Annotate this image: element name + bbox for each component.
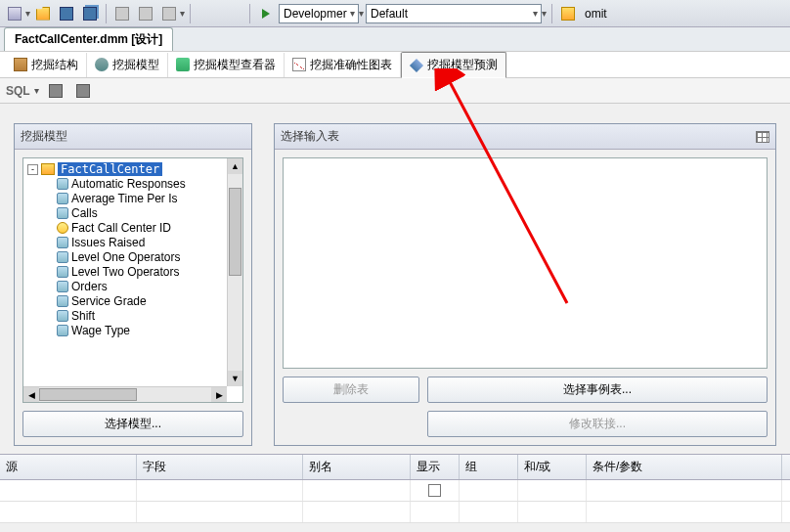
tree-item-label: Service Grade bbox=[71, 294, 147, 308]
attribute-icon bbox=[57, 178, 68, 190]
tree-item[interactable]: Service Grade bbox=[57, 294, 223, 308]
model-root-icon bbox=[41, 163, 55, 175]
tree-item[interactable]: Wage Type bbox=[57, 324, 223, 337]
grid-col-alias[interactable]: 别名 bbox=[303, 455, 411, 479]
tree-item-label: Level One Operators bbox=[71, 250, 180, 264]
tree-item-label: Shift bbox=[71, 309, 95, 323]
main-area: 挖掘模型 - FactCallCenter Automatic Response… bbox=[0, 104, 790, 454]
tree-item-label: Average Time Per Is bbox=[71, 192, 178, 205]
model-icon bbox=[95, 58, 109, 71]
run-button[interactable] bbox=[255, 3, 277, 24]
toolbar-btn-5[interactable] bbox=[111, 3, 133, 24]
tree-hscrollbar[interactable]: ◀▶ bbox=[23, 386, 227, 402]
chart-icon bbox=[292, 58, 306, 71]
select-case-table-button[interactable]: 选择事例表... bbox=[427, 377, 768, 403]
tree-item-label: Orders bbox=[71, 280, 108, 293]
view-tabs: 挖掘结构 挖掘模型 挖掘模型查看器 挖掘准确性图表 挖掘模型预测 bbox=[0, 51, 790, 78]
grid-icon[interactable] bbox=[756, 131, 769, 143]
grid-col-show[interactable]: 显示 bbox=[411, 455, 460, 479]
omit-label: omit bbox=[585, 7, 607, 21]
viewer-icon bbox=[176, 58, 190, 71]
grid-row[interactable] bbox=[0, 502, 790, 523]
tab-accuracy-chart[interactable]: 挖掘准确性图表 bbox=[285, 53, 401, 77]
grid-row[interactable] bbox=[0, 480, 790, 502]
tree-item[interactable]: Automatic Responses bbox=[57, 177, 223, 191]
sql-toolbar: SQL▾ bbox=[0, 78, 790, 104]
input-table-panel-header: 选择输入表 bbox=[275, 124, 775, 150]
tree-item-label: Automatic Responses bbox=[71, 177, 186, 191]
tab-model-prediction[interactable]: 挖掘模型预测 bbox=[401, 52, 506, 78]
cube-icon bbox=[14, 58, 27, 71]
app-toolbar: ▾ ▾ Developmer▾ Default▾ omit bbox=[0, 0, 790, 27]
tree-item-label: Calls bbox=[71, 206, 98, 220]
mining-model-panel: 挖掘模型 - FactCallCenter Automatic Response… bbox=[14, 123, 252, 446]
mining-model-panel-header: 挖掘模型 bbox=[15, 124, 251, 150]
select-model-button[interactable]: 选择模型... bbox=[22, 411, 243, 437]
show-checkbox[interactable] bbox=[428, 484, 441, 497]
tree-item[interactable]: Level One Operators bbox=[57, 250, 223, 264]
sql-btn-2[interactable] bbox=[72, 80, 94, 102]
tree-item[interactable]: Shift bbox=[57, 309, 223, 323]
tab-mining-model[interactable]: 挖掘模型 bbox=[87, 53, 168, 77]
attribute-icon bbox=[57, 193, 68, 204]
input-canvas[interactable] bbox=[283, 157, 768, 369]
tree-item[interactable]: Orders bbox=[57, 280, 223, 293]
tree-item[interactable]: Average Time Per Is bbox=[57, 192, 223, 205]
grid-header: 源 字段 别名 显示 组 和/或 条件/参数 bbox=[0, 455, 790, 480]
document-tabs: FactCallCenter.dmm [设计] bbox=[0, 27, 790, 51]
toolbar-btn-7[interactable] bbox=[158, 3, 180, 24]
config-combo[interactable]: Developmer bbox=[279, 4, 359, 23]
model-tree: - FactCallCenter Automatic ResponsesAver… bbox=[22, 157, 243, 403]
attribute-icon bbox=[57, 325, 68, 336]
toolbar-btn-save[interactable] bbox=[56, 3, 77, 24]
grid-col-group[interactable]: 组 bbox=[460, 455, 518, 479]
criteria-grid: 源 字段 别名 显示 组 和/或 条件/参数 bbox=[0, 454, 790, 523]
grid-col-andor[interactable]: 和/或 bbox=[518, 455, 587, 479]
grid-col-field[interactable]: 字段 bbox=[137, 455, 303, 479]
attribute-icon bbox=[57, 251, 68, 263]
tree-item-label: Issues Raised bbox=[71, 236, 145, 249]
tab-model-viewer[interactable]: 挖掘模型查看器 bbox=[168, 53, 285, 77]
tree-item[interactable]: Issues Raised bbox=[57, 236, 223, 249]
tree-item[interactable]: Level Two Operators bbox=[57, 265, 223, 279]
tree-vscrollbar[interactable]: ▲▼ bbox=[227, 158, 242, 386]
attribute-icon bbox=[57, 207, 68, 219]
tree-item[interactable]: Calls bbox=[57, 206, 223, 220]
target-combo[interactable]: Default bbox=[366, 4, 542, 23]
attribute-icon bbox=[57, 295, 68, 307]
toolbar-btn-6[interactable] bbox=[135, 3, 156, 24]
input-table-panel: 选择输入表 删除表 选择事例表... 修改联接... bbox=[274, 123, 776, 446]
grid-col-criteria[interactable]: 条件/参数 bbox=[587, 455, 782, 479]
tree-item-label: Fact Call Center ID bbox=[71, 221, 171, 235]
diamond-icon bbox=[410, 58, 423, 71]
attribute-icon bbox=[57, 310, 68, 322]
attribute-icon bbox=[57, 281, 68, 292]
tree-item[interactable]: Fact Call Center ID bbox=[57, 221, 223, 235]
tree-toggle[interactable]: - bbox=[27, 164, 38, 175]
model-root-label[interactable]: FactCallCenter bbox=[58, 162, 162, 176]
tree-item-label: Wage Type bbox=[71, 324, 130, 337]
tab-mining-structure[interactable]: 挖掘结构 bbox=[6, 53, 87, 77]
toolbar-btn-folder[interactable] bbox=[557, 3, 579, 24]
attribute-icon bbox=[57, 237, 68, 248]
modify-join-button[interactable]: 修改联接... bbox=[427, 411, 768, 437]
sql-btn-1[interactable] bbox=[45, 80, 66, 102]
attribute-icon bbox=[57, 266, 68, 278]
key-icon bbox=[57, 222, 68, 234]
grid-col-source[interactable]: 源 bbox=[0, 455, 137, 479]
tree-item-label: Level Two Operators bbox=[71, 265, 180, 279]
play-icon bbox=[262, 9, 270, 19]
sql-label: SQL bbox=[6, 84, 30, 98]
toolbar-btn-1[interactable] bbox=[4, 3, 25, 24]
toolbar-btn-open[interactable] bbox=[32, 3, 54, 24]
delete-table-button[interactable]: 删除表 bbox=[283, 377, 419, 403]
document-tab[interactable]: FactCallCenter.dmm [设计] bbox=[4, 27, 173, 51]
toolbar-btn-saveall[interactable] bbox=[79, 3, 101, 24]
